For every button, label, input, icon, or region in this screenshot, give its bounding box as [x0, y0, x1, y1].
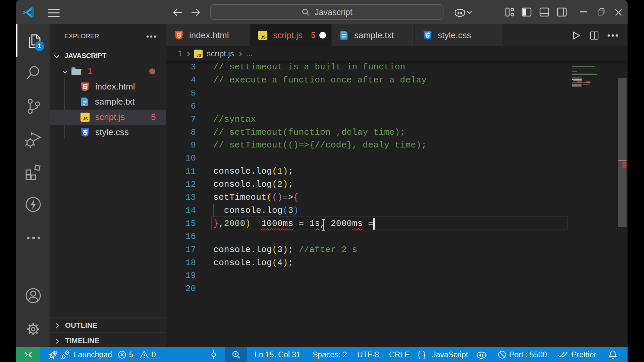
svg-text:JS: JS — [261, 35, 266, 40]
svg-text:JS: JS — [83, 117, 88, 121]
svg-text:JS: JS — [197, 53, 201, 57]
